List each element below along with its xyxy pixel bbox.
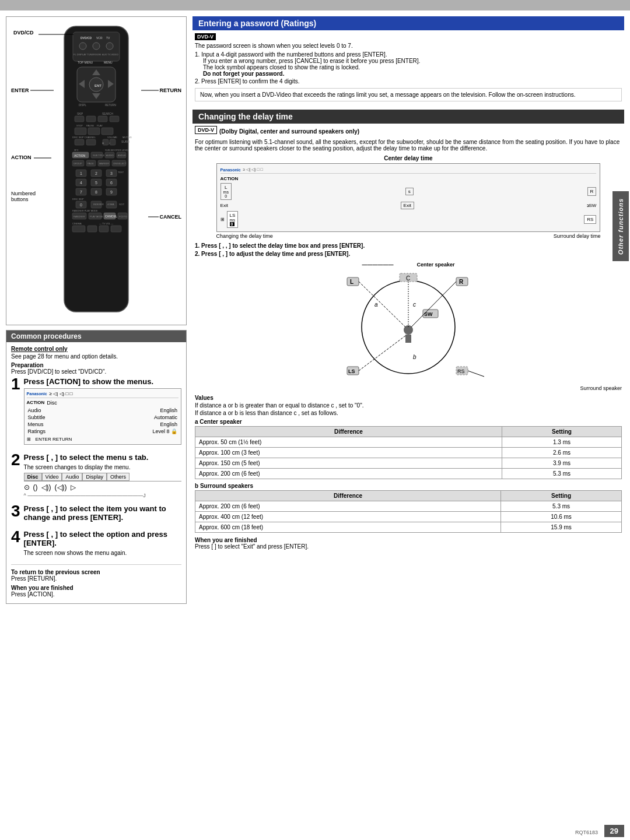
- ls-rs-row: ⊞ LS ms0 RS: [220, 211, 597, 228]
- values-text1: If distance a or b is greater than or eq…: [195, 402, 622, 409]
- svg-text:c: c: [413, 301, 416, 308]
- surround-speaker-label: Surround speaker: [195, 385, 622, 391]
- when-finished-label: When you are finished: [195, 537, 257, 543]
- svg-text:2: 2: [95, 171, 97, 175]
- enter-label: ENTER: [11, 87, 54, 93]
- page-footer: RQT6183 29: [0, 823, 630, 840]
- svg-text:SURR: SURR: [121, 140, 130, 143]
- tab-audio[interactable]: Audio: [62, 473, 82, 481]
- diagram-caption: Center delay time: [384, 155, 432, 161]
- svg-rect-38: [86, 139, 96, 145]
- svg-rect-103: [111, 226, 121, 232]
- speaker-svg: L C SW R: [327, 269, 490, 385]
- tab-others[interactable]: Others: [107, 473, 130, 481]
- return-footer-label: To return to the previous screen: [11, 569, 100, 575]
- svg-point-6: [79, 43, 86, 50]
- remote-image: DVD/CD VCR TV FL DISPLAY TUNER/SXM AUX T…: [11, 22, 181, 319]
- center-table-row-3: Approx. 150 cm (5 feet) 3.9 ms: [195, 458, 622, 469]
- svg-text:INDEXER: INDEXER: [93, 203, 104, 206]
- common-procedures-body: Remote control only See page 28 for menu…: [6, 342, 186, 603]
- step-1-number: 1: [11, 376, 20, 447]
- menus-value: English: [160, 421, 177, 427]
- disc-icon: ⊙: [24, 483, 30, 491]
- return-footer-text: Press [RETURN].: [11, 575, 181, 582]
- step-2-subtitle: The screen changes to display the menu.: [24, 464, 181, 470]
- subtitle-label: Subtitle: [28, 414, 46, 420]
- svg-text:SW: SW: [424, 311, 433, 317]
- common-procedures-section: Common procedures Remote control only Se…: [6, 330, 187, 604]
- left-column: DVD/CD DVD/CD VCR TV: [6, 16, 187, 817]
- step-4-title: Press [ , ] to select the option and pre…: [24, 530, 181, 547]
- svg-rect-32: [88, 128, 100, 135]
- svg-text:MARKER: MARKER: [99, 162, 109, 165]
- divider: [11, 564, 181, 565]
- svg-rect-27: [110, 116, 119, 122]
- top-bar: [0, 0, 630, 10]
- center-row4-diff: Approx. 200 cm (6 feet): [195, 469, 502, 479]
- svg-point-7: [93, 43, 100, 50]
- svg-text:7: 7: [80, 190, 82, 194]
- center-table-row-4: Approx. 200 cm (6 feet) 5.3 ms: [195, 469, 622, 479]
- step-1-title: Press [ACTION] to show the menus.: [24, 377, 181, 386]
- svg-text:SKIP: SKIP: [77, 113, 83, 115]
- svg-text:VCR: VCR: [96, 36, 103, 40]
- surround-row1-setting: 5.3 ms: [501, 501, 622, 512]
- svg-text:VOLUME: VOLUME: [107, 136, 117, 139]
- step-4: 4 Press [ , ] to select the option and p…: [11, 530, 181, 558]
- password-step1b: The lock symbol appears closed to show t…: [203, 64, 360, 71]
- center-table-row-2: Approx. 100 cm (3 feet) 2.6 ms: [195, 448, 622, 458]
- svg-text:6: 6: [110, 181, 113, 185]
- svg-text:1: 1: [80, 171, 82, 175]
- svg-text:DISC SKIP: DISC SKIP: [72, 198, 84, 201]
- svg-text:8: 8: [95, 190, 97, 194]
- finished-footer-text: Press [ACTION].: [11, 591, 181, 598]
- surround-table-row-2: Approx. 400 cm (12 feet) 10.6 ms: [195, 512, 622, 522]
- surround-table-header-diff: Difference: [195, 491, 501, 501]
- changing-delay-label: Changing the delay time: [216, 233, 273, 239]
- step-4-content: Press [ , ] to select the option and pre…: [24, 530, 181, 558]
- main-content: DVD/CD DVD/CD VCR TV: [0, 10, 630, 823]
- password-step1: Input a 4-digit password with the number…: [201, 51, 387, 58]
- screen-action-row: ACTION Disc: [27, 400, 178, 406]
- svg-text:RETURN: RETURN: [105, 104, 116, 107]
- tab-video[interactable]: Video: [42, 473, 62, 481]
- svg-text:MUTING: MUTING: [123, 136, 132, 139]
- exit-btn[interactable]: Exit: [401, 202, 414, 209]
- svg-rect-101: [88, 226, 97, 232]
- rqt-code: RQT6183: [575, 830, 598, 835]
- svg-text:R: R: [459, 279, 464, 285]
- center-speaker-table-title: a Center speaker: [195, 419, 622, 425]
- step-3-title: Press [ , ] to select the item you want …: [24, 504, 181, 522]
- password-step1a: If you enter a wrong number, press [CANC…: [203, 58, 420, 64]
- svg-rect-41: [110, 139, 116, 145]
- screen-row-menus: Menus English: [27, 421, 178, 428]
- svg-text:4: 4: [80, 181, 82, 185]
- tab-disc[interactable]: Disc: [24, 473, 42, 481]
- footer-return: To return to the previous screen: [11, 568, 181, 575]
- svg-text:ACTION: ACTION: [74, 154, 86, 157]
- svg-text:CINEMA: CINEMA: [72, 222, 82, 225]
- step-3-number: 3: [11, 503, 20, 524]
- step-2: 2 Press [ , ] to select the menu s tab. …: [11, 453, 181, 498]
- svg-text:RS: RS: [457, 368, 465, 374]
- diagram-grid: Lms0 s R: [220, 183, 597, 200]
- svg-text:LS: LS: [348, 368, 355, 374]
- svg-text:AUDIO: AUDIO: [106, 154, 114, 157]
- delay-cell-S: s: [233, 188, 586, 195]
- svg-text:3: 3: [110, 171, 113, 175]
- password-intro: The password screen is shown when you se…: [195, 43, 622, 49]
- svg-text:b: b: [413, 354, 416, 360]
- svg-rect-33: [102, 128, 113, 135]
- surround-row3-diff: Approx. 600 cm (18 feet): [195, 522, 501, 533]
- when-finished-text: Press [ ] to select "Exit" and press [EN…: [195, 543, 622, 550]
- surround-row2-diff: Approx. 400 cm (12 feet): [195, 512, 501, 522]
- svg-rect-26: [98, 116, 107, 122]
- diagram-icons: ≥ ◁| ◁) □ □: [243, 167, 263, 172]
- center-table-header-diff: Difference: [195, 427, 502, 437]
- delay-badge-suffix: (Dolby Digital, center and surround spea…: [219, 128, 359, 135]
- tab-display[interactable]: Display: [82, 473, 107, 481]
- svg-text:MENU: MENU: [104, 61, 113, 64]
- diagram-bottom-labels: Changing the delay time Surround delay t…: [216, 233, 601, 239]
- changing-delay-body: DVD-V (Dolby Digital, center and surroun…: [192, 126, 624, 550]
- values-section: Values If distance a or b is greater tha…: [195, 395, 622, 416]
